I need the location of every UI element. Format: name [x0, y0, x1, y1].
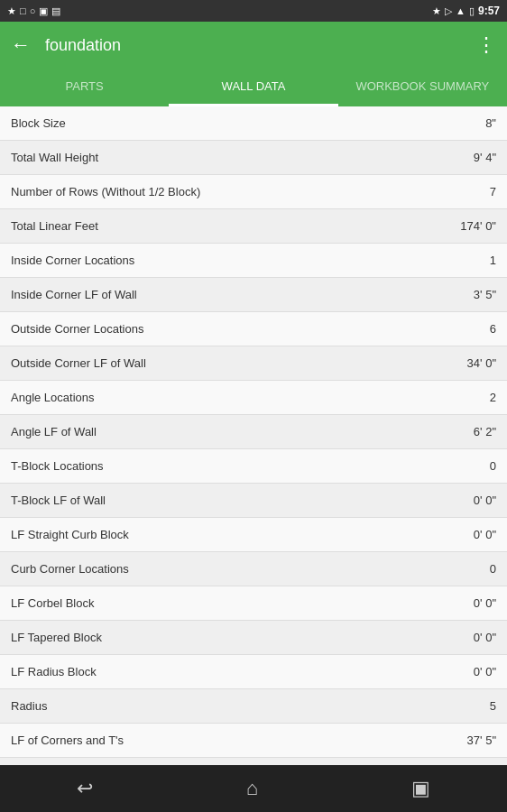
table-row: Block Size8": [0, 106, 507, 141]
app-bar: ← foundation ⋮: [0, 22, 507, 69]
row-value: 8": [485, 116, 496, 130]
row-value: 34' 0": [467, 356, 496, 370]
row-label: Inside Corner Locations: [11, 254, 134, 267]
table-content: Block Size8"Total Wall Height9' 4"Number…: [0, 106, 507, 765]
mute-icon: ▷: [445, 5, 452, 17]
row-value: 0' 0": [474, 494, 496, 507]
row-label: Inside Corner LF of Wall: [11, 288, 137, 301]
back-button[interactable]: ←: [11, 33, 31, 57]
row-label: LF Corbel Block: [11, 596, 94, 610]
row-value: 2: [490, 391, 496, 404]
row-label: Curb Corner Locations: [11, 562, 129, 576]
table-row: T-Block LF of Wall0' 0": [0, 484, 507, 518]
row-label: Outside Corner Locations: [11, 322, 143, 336]
table-row: Inside Corner Locations1: [0, 244, 507, 278]
bt-icon: ★: [7, 5, 16, 17]
table-row: Outside Corner LF of Wall34' 0": [0, 346, 507, 381]
row-label: Block Size: [11, 116, 66, 130]
row-label: Total Wall Height: [11, 151, 98, 164]
row-label: Angle LF of Wall: [11, 425, 97, 438]
row-label: LF of Corners and T's: [11, 734, 124, 747]
row-value: 6: [490, 322, 496, 336]
row-label: Radius: [11, 699, 47, 713]
status-time: 9:57: [478, 5, 500, 17]
table-row: LF of Corners and T's37' 5": [0, 724, 507, 758]
row-value: 6' 2": [474, 425, 496, 438]
row-value: 0' 0": [474, 596, 496, 610]
table-row: Radius5: [0, 689, 507, 724]
table-row: T-Block Locations0: [0, 449, 507, 484]
row-label: Outside Corner LF of Wall: [11, 356, 146, 370]
row-value: 0' 0": [474, 665, 496, 678]
tab-workbook-summary[interactable]: Workbook Summary: [338, 69, 507, 106]
table-row: LF Tapered Block0' 0": [0, 621, 507, 655]
table-row: Angle LF of Wall6' 2": [0, 415, 507, 449]
table-row: LF Straight Curb Block0' 0": [0, 518, 507, 552]
app-title: foundation: [45, 36, 476, 55]
menu-button[interactable]: ⋮: [476, 33, 496, 57]
row-value: 9' 4": [474, 151, 496, 164]
tab-wall-data[interactable]: Wall Data: [169, 69, 337, 106]
row-label: Total Linear Feet: [11, 219, 98, 233]
row-value: 37' 5": [467, 734, 496, 747]
nav-back-button[interactable]: ↩: [77, 777, 93, 800]
row-value: 1: [490, 254, 496, 267]
wifi-icon: ▲: [456, 5, 466, 16]
table-row: Outside Corner Locations6: [0, 312, 507, 346]
nav-apps-button[interactable]: ▣: [411, 777, 430, 800]
extra-icon: ▤: [51, 5, 60, 17]
row-value: 0' 0": [474, 631, 496, 644]
table-row: LF of Straight Block136' 6": [0, 758, 507, 765]
tab-wall-data-label: Wall Data: [222, 79, 286, 93]
bluetooth-icon: ★: [432, 5, 441, 17]
table-row: Inside Corner LF of Wall3' 5": [0, 278, 507, 312]
status-bar-left: ★ □ ○ ▣ ▤: [7, 5, 60, 17]
row-label: T-Block Locations: [11, 459, 104, 473]
table-row: Angle Locations2: [0, 381, 507, 415]
row-value: 0: [490, 459, 496, 473]
tab-bar: Parts Wall Data Workbook Summary: [0, 69, 507, 106]
row-label: T-Block LF of Wall: [11, 494, 106, 507]
table-row: Curb Corner Locations0: [0, 552, 507, 586]
nav-bar: ↩ ⌂ ▣: [0, 765, 507, 812]
tab-parts[interactable]: Parts: [0, 69, 169, 106]
tab-parts-label: Parts: [66, 79, 104, 93]
screenshot-icon: ▣: [39, 5, 48, 17]
table-row: LF Radius Block0' 0": [0, 655, 507, 689]
row-value: 0' 0": [474, 528, 496, 541]
row-label: LF Straight Curb Block: [11, 528, 129, 541]
table-row: Number of Rows (Without 1/2 Block)7: [0, 175, 507, 209]
nav-home-button[interactable]: ⌂: [246, 777, 258, 800]
tab-workbook-summary-label: Workbook Summary: [355, 79, 489, 93]
row-value: 3' 5": [474, 288, 496, 301]
row-label: LF Radius Block: [11, 665, 97, 678]
row-label: Number of Rows (Without 1/2 Block): [11, 185, 200, 198]
row-value: 5: [490, 699, 496, 713]
row-label: LF Tapered Block: [11, 631, 102, 644]
row-value: 7: [490, 185, 496, 198]
signal-icon: □: [20, 5, 26, 16]
row-label: Angle Locations: [11, 391, 95, 404]
table-row: LF Corbel Block0' 0": [0, 586, 507, 621]
table-row: Total Linear Feet174' 0": [0, 209, 507, 244]
row-value: 174' 0": [460, 219, 496, 233]
status-bar: ★ □ ○ ▣ ▤ ★ ▷ ▲ ▯ 9:57: [0, 0, 507, 22]
table-row: Total Wall Height9' 4": [0, 141, 507, 175]
row-value: 0: [490, 562, 496, 576]
status-bar-right: ★ ▷ ▲ ▯ 9:57: [432, 5, 500, 17]
battery-icon: ▯: [469, 5, 475, 17]
cast-icon: ○: [30, 5, 36, 16]
